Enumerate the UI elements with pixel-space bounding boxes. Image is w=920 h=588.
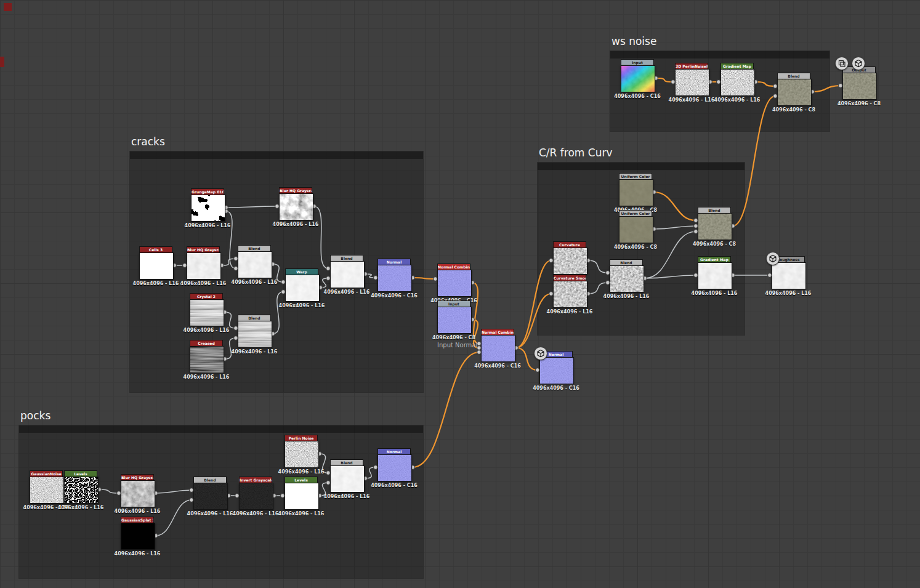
node-thumbnail xyxy=(698,262,732,289)
node-thumbnail xyxy=(121,480,155,507)
node-thumbnail xyxy=(619,216,653,243)
node-po-normal[interactable]: Normal4096x4096 - C16 xyxy=(377,448,411,488)
node-thumbnail xyxy=(191,195,225,222)
node-thumbnail xyxy=(238,251,272,278)
node-header: Blend xyxy=(238,245,271,251)
node-caption: 4096x4096 - C8 xyxy=(690,241,739,247)
node-crv-color1[interactable]: Uniform Color4096x4096 - C8 xyxy=(619,173,652,213)
node-caption: 4096x4096 - L16 xyxy=(56,505,105,510)
node-display-name: Input Normal xyxy=(437,342,470,348)
node-caption: 4096x4096 - C8 xyxy=(769,107,818,113)
node-thumbnail xyxy=(621,65,655,92)
node-crv-gradmap[interactable]: Gradient Map4096x4096 - L16 xyxy=(698,256,731,296)
node-thumbnail xyxy=(239,483,273,510)
node-cr-blur2[interactable]: Blur HQ Grayscale4096x4096 - L16 xyxy=(187,246,220,286)
node-header: Levels xyxy=(64,470,97,477)
node-cr-cells[interactable]: Cells 34096x4096 - L16 xyxy=(139,246,172,286)
node-po-blur[interactable]: Blur HQ Grayscale4096x4096 - L16 xyxy=(121,474,154,514)
node-header: Curvature Smooth xyxy=(553,275,586,281)
node-caption: 4096x4096 - L16 xyxy=(276,469,326,475)
node-cr-blur1[interactable]: Blur HQ Grayscale4096x4096 - L16 xyxy=(279,187,312,227)
node-cr-blend2[interactable]: Blend4096x4096 - L16 xyxy=(330,255,363,295)
node-crv-curv[interactable]: Curvature xyxy=(553,241,586,275)
node-cr-warp[interactable]: Warp4096x4096 - L16 xyxy=(285,268,318,308)
node-cr-grunge[interactable]: GrungeMap 0104096x4096 - L16 xyxy=(191,188,224,228)
node-crv-color2[interactable]: Uniform Color4096x4096 - C8 xyxy=(619,210,652,250)
node-header: GrungeMap 010 xyxy=(191,188,224,195)
node-thumbnail xyxy=(284,441,319,468)
node-caption: 4096x4096 - C8 xyxy=(429,335,478,340)
node-header: Warp xyxy=(285,268,318,275)
node-header: Input xyxy=(621,59,654,65)
node-crv-blend1[interactable]: Blend4096x4096 - C8 xyxy=(698,207,731,247)
node-caption: 4096x4096 - L16 xyxy=(183,223,232,228)
node-caption: 4096x4096 - C16 xyxy=(369,483,419,488)
node-header: Normal Combine xyxy=(437,264,470,270)
node-thumbnail xyxy=(190,299,224,326)
node-cr-creased[interactable]: Creased4096x4096 - L16 xyxy=(190,340,223,380)
node-po-invert[interactable]: Invert Grayscale4096x4096 - L16 xyxy=(239,477,272,517)
node-thumbnail xyxy=(698,213,732,240)
node-header: GaussianSplat 2 xyxy=(121,517,154,523)
node-caption: 4096x4096 - C16 xyxy=(613,94,662,99)
3d-view-badge[interactable] xyxy=(852,57,865,70)
node-caption: 4096x4096 - L16 xyxy=(182,374,231,380)
node-cr-blend1[interactable]: Blend4096x4096 - L16 xyxy=(238,245,271,285)
node-ws-input[interactable]: Input4096x4096 - C16 xyxy=(621,59,654,99)
node-ws-blend[interactable]: Blend4096x4096 - C8 xyxy=(777,73,810,113)
node-header: Blend xyxy=(330,255,363,261)
node-po-splat[interactable]: GaussianSplat 24096x4096 - L16 xyxy=(121,517,154,557)
3d-view-badge[interactable] xyxy=(534,347,547,360)
node-header: Normal Combine xyxy=(481,329,514,335)
node-ws-gradmap[interactable]: Gradient Map4096x4096 - L16 xyxy=(720,63,754,103)
node-header: Uniform Color xyxy=(619,210,652,216)
node-caption: 4096x4096 - L16 xyxy=(712,97,762,103)
node-mid-input[interactable]: Input4096x4096 - C8Input Normal xyxy=(437,300,470,348)
node-caption: 4096x4096 - L16 xyxy=(271,222,320,227)
node-crv-curvsm[interactable]: Curvature Smooth4096x4096 - L16 xyxy=(553,275,586,315)
node-cr-normal[interactable]: Normal4096x4096 - C16 xyxy=(377,259,411,299)
3d-view-badge[interactable] xyxy=(766,252,780,265)
node-header: Blend xyxy=(777,73,810,79)
node-thumbnail xyxy=(285,275,320,302)
node-header: Invert Grayscale xyxy=(239,477,272,483)
2d-view-badge[interactable] xyxy=(835,57,849,70)
node-header: Blur HQ Grayscale xyxy=(121,474,154,480)
node-header: 3D PerlinNoiseFra... xyxy=(675,63,708,69)
node-header: Blend xyxy=(238,315,271,321)
node-caption: 4096x4096 - L16 xyxy=(113,551,162,557)
node-caption: 4096x4096 - C8 xyxy=(611,244,660,250)
node-po-blend1[interactable]: Blend4096x4096 - L16 xyxy=(193,477,227,517)
node-po-perlin[interactable]: Perlin Noise4096x4096 - L16 xyxy=(284,435,318,475)
node-header: GaussianNoise xyxy=(30,470,63,477)
nodes-layer: Input4096x4096 - C163D PerlinNoiseFra...… xyxy=(0,0,920,588)
node-header: Cells 3 xyxy=(139,246,172,252)
node-cr-blend3[interactable]: Blend4096x4096 - L16 xyxy=(238,315,271,355)
node-caption: 4096x4096 - L16 xyxy=(230,280,279,285)
node-po-levels1[interactable]: Levels4096x4096 - L16 xyxy=(64,470,97,510)
node-thumbnail xyxy=(610,265,644,292)
node-caption: 4096x4096 - C8 xyxy=(834,101,884,107)
node-caption: 4096x4096 - C16 xyxy=(473,363,522,369)
node-po-levels2[interactable]: Levels4096x4096 - L16 xyxy=(284,477,318,517)
node-header: Levels xyxy=(284,477,318,483)
node-thumbnail xyxy=(377,454,412,481)
node-cr-crystal[interactable]: Crystal 24096x4096 - L16 xyxy=(190,293,223,333)
node-caption: 4096x4096 - L16 xyxy=(690,291,739,296)
node-thumbnail xyxy=(190,346,224,373)
node-caption: 4096x4096 - L16 xyxy=(179,281,228,286)
node-caption: 4096x4096 - L16 xyxy=(764,291,813,296)
node-thumbnail xyxy=(777,79,812,106)
node-ws-output[interactable]: Output4096x4096 - C8 xyxy=(842,66,876,107)
node-ws-perlin[interactable]: 3D PerlinNoiseFra...4096x4096 - L16 xyxy=(675,63,708,103)
node-mid-ncomb2[interactable]: Normal Combine4096x4096 - C16 xyxy=(481,329,514,369)
node-crv-blend2[interactable]: Blend4096x4096 - L16 xyxy=(610,259,643,299)
node-graph-canvas[interactable]: ws noisecrackspocksC/R from Curv Input40… xyxy=(0,0,920,588)
node-caption: 4096x4096 - L16 xyxy=(231,511,280,517)
node-mid-ncomb1[interactable]: Normal Combine4096x4096 - C16 xyxy=(437,264,470,304)
node-caption: 4096x4096 - L16 xyxy=(602,294,651,299)
node-header: Uniform Color xyxy=(619,173,652,179)
node-thumbnail xyxy=(437,307,472,334)
node-header: Crystal 2 xyxy=(190,293,223,299)
node-po-blend2[interactable]: Blend4096x4096 - L16 xyxy=(330,459,363,499)
